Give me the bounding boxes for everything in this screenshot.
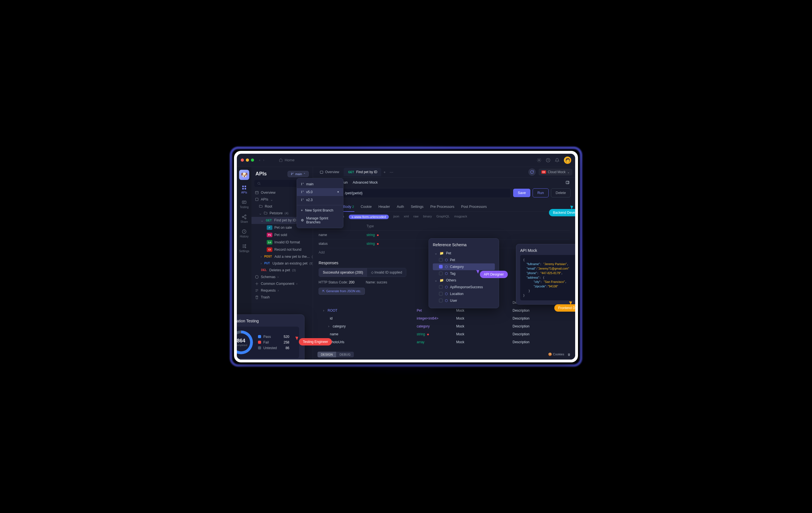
tree-add-pet[interactable]: ›POSTAdd a new pet to the...(5) bbox=[252, 253, 313, 260]
tree-common[interactable]: Common Component› bbox=[252, 280, 313, 287]
traffic-lights[interactable] bbox=[241, 159, 254, 162]
ref-apiresp[interactable]: ⬡ApiResponseSuccess bbox=[433, 284, 495, 290]
branch-v5[interactable]: v5.0✦ bbox=[297, 188, 343, 196]
ref-pet[interactable]: ⬡Pet bbox=[433, 257, 495, 263]
rail-share[interactable]: Share bbox=[237, 212, 251, 226]
api-mock-panel: API Mock { "fullname": "Jeremy Parisian"… bbox=[516, 244, 575, 305]
generate-button[interactable]: ⇱Generate from JSON etc. bbox=[319, 288, 365, 295]
svg-point-0 bbox=[539, 160, 540, 161]
rail-history[interactable]: History bbox=[237, 227, 251, 240]
schema-row[interactable]: idinteger<int64>MockDescription bbox=[319, 314, 570, 322]
req-tab-cookie[interactable]: Cookie bbox=[360, 202, 372, 211]
nav-fwd-icon[interactable]: › bbox=[263, 158, 264, 162]
schema-row[interactable]: photoUrlsarrayMockDescription bbox=[319, 338, 570, 346]
legend-pass: Pass520 bbox=[258, 334, 289, 340]
rail-testing[interactable]: Testing bbox=[237, 197, 251, 211]
schema-row[interactable]: ›categorycategoryMockDescription bbox=[319, 322, 570, 330]
cursor-icon: ✦ bbox=[337, 190, 339, 194]
svg-point-16 bbox=[293, 173, 293, 173]
mode-toggle[interactable]: DESIGNDEBUG bbox=[317, 352, 354, 357]
bt-urlencoded[interactable]: x-www-form-urlencoded bbox=[349, 215, 389, 219]
tab-more[interactable]: ⋯ bbox=[388, 168, 395, 176]
svg-point-11 bbox=[245, 245, 246, 245]
url-input[interactable]: /pet/{petId} bbox=[341, 188, 511, 198]
save-button[interactable]: Save bbox=[513, 189, 530, 197]
breadcrumb-home[interactable]: Home bbox=[279, 158, 295, 163]
chevron-down-icon: ⌄ bbox=[270, 197, 273, 202]
chevron-up-icon: ⌃ bbox=[303, 173, 306, 175]
param-row[interactable]: namestring bbox=[319, 231, 570, 239]
tree-requests[interactable]: Requests› bbox=[252, 287, 313, 294]
tree-invalid-id[interactable]: LoInvalid ID format bbox=[252, 238, 313, 246]
trash-icon[interactable]: 🗑 bbox=[568, 353, 571, 356]
tree-update-pet[interactable]: ›PUTUpdate an existing pet(9) bbox=[252, 260, 313, 267]
svg-point-1 bbox=[546, 158, 550, 162]
resp-tab-success[interactable]: Successful operation (200) bbox=[319, 268, 367, 277]
sync-icon[interactable] bbox=[528, 168, 536, 176]
legend-fail: Fail258 bbox=[258, 340, 289, 345]
svg-rect-3 bbox=[245, 186, 246, 187]
help-icon[interactable] bbox=[546, 158, 550, 163]
req-tab-header[interactable]: Header bbox=[378, 202, 390, 211]
branch-selector[interactable]: main ⌃ bbox=[288, 171, 309, 177]
ref-location[interactable]: ⬡Localtion bbox=[433, 290, 495, 297]
tree-trash[interactable]: Trash bbox=[252, 294, 313, 301]
bt-raw[interactable]: raw bbox=[413, 215, 419, 219]
svg-rect-19 bbox=[256, 198, 258, 201]
import-icon: ⇱ bbox=[322, 289, 325, 293]
branch-main[interactable]: main bbox=[297, 180, 343, 188]
svg-point-8 bbox=[242, 216, 243, 218]
branch-v23[interactable]: v2.3 bbox=[297, 196, 343, 204]
svg-rect-2 bbox=[242, 186, 243, 187]
home-label: Home bbox=[285, 158, 295, 162]
bt-xml[interactable]: xml bbox=[404, 215, 409, 219]
bt-msgpack[interactable]: msgpack bbox=[454, 215, 467, 219]
delete-button[interactable]: Delete bbox=[551, 189, 571, 197]
folder-icon bbox=[264, 211, 267, 215]
ref-category[interactable]: ⬡Category bbox=[433, 263, 495, 270]
subnav-advmock[interactable]: Advanced Mock bbox=[353, 180, 378, 185]
rail-settings[interactable]: Settings bbox=[237, 241, 251, 255]
rail-apis[interactable]: APIs bbox=[237, 183, 251, 196]
trash-icon bbox=[255, 295, 259, 299]
tab-current[interactable]: GETFind pet by ID bbox=[344, 168, 381, 176]
req-tab-post[interactable]: Post Processors bbox=[461, 202, 488, 211]
schema-row[interactable]: namestringMockDescription bbox=[319, 330, 570, 338]
role-api-designer: API Designer bbox=[480, 271, 508, 278]
ref-group-pet[interactable]: ⌄📁Pet bbox=[433, 250, 495, 257]
ref-user[interactable]: ⬡User bbox=[433, 297, 495, 304]
tree-schemas[interactable]: Schemas› bbox=[252, 274, 313, 280]
gear-icon[interactable] bbox=[537, 158, 541, 163]
cookies-link[interactable]: 🍪 Cookies bbox=[548, 352, 564, 356]
svg-rect-5 bbox=[245, 188, 246, 189]
tree-pet-sold[interactable]: PePet sold bbox=[252, 231, 313, 238]
branch-new[interactable]: +New Sprint Branch bbox=[297, 206, 343, 214]
svg-point-26 bbox=[303, 191, 303, 192]
req-tab-settings[interactable]: Settings bbox=[410, 202, 424, 211]
bell-icon[interactable] bbox=[555, 158, 559, 163]
cube-icon: ⬡ bbox=[445, 292, 448, 296]
tab-add[interactable]: + bbox=[382, 168, 387, 176]
workspace-logo[interactable]: 🐶 bbox=[239, 170, 249, 180]
cube-icon: ⬡ bbox=[445, 285, 448, 289]
nav-back-icon[interactable]: ‹ bbox=[259, 158, 260, 162]
tree-not-found[interactable]: CIRecord not found bbox=[252, 246, 313, 253]
bt-graphql[interactable]: GraphQL bbox=[436, 215, 450, 219]
col-type: Type bbox=[367, 224, 400, 228]
bt-binary[interactable]: binary bbox=[423, 215, 432, 219]
tree-delete-pet[interactable]: DELDeletes a pet(3) bbox=[252, 267, 313, 274]
req-tab-pre[interactable]: Pre Processors bbox=[430, 202, 455, 211]
tab-overview[interactable]: Overview bbox=[316, 168, 343, 176]
env-selector[interactable]: CICloud Mock⌄ bbox=[539, 169, 572, 175]
automation-testing-panel: Automation Testing 864Completed Pass520 … bbox=[237, 314, 304, 360]
branch-manage[interactable]: ⚙Manage Sprint Branches bbox=[297, 214, 343, 226]
bt-json[interactable]: json bbox=[393, 215, 399, 219]
cube-icon: ⬡ bbox=[445, 265, 448, 269]
avatar[interactable]: 🧑 bbox=[564, 156, 571, 164]
run-button[interactable]: Run bbox=[532, 189, 549, 197]
resp-tab-invalid[interactable]: ◇ Invalid ID supplied bbox=[367, 268, 406, 277]
req-tab-body[interactable]: Body 2 bbox=[343, 202, 354, 211]
panel-toggle-icon[interactable] bbox=[566, 180, 570, 185]
req-tab-auth[interactable]: Auth bbox=[396, 202, 405, 211]
role-frontend: Frontend Developer bbox=[554, 304, 575, 312]
